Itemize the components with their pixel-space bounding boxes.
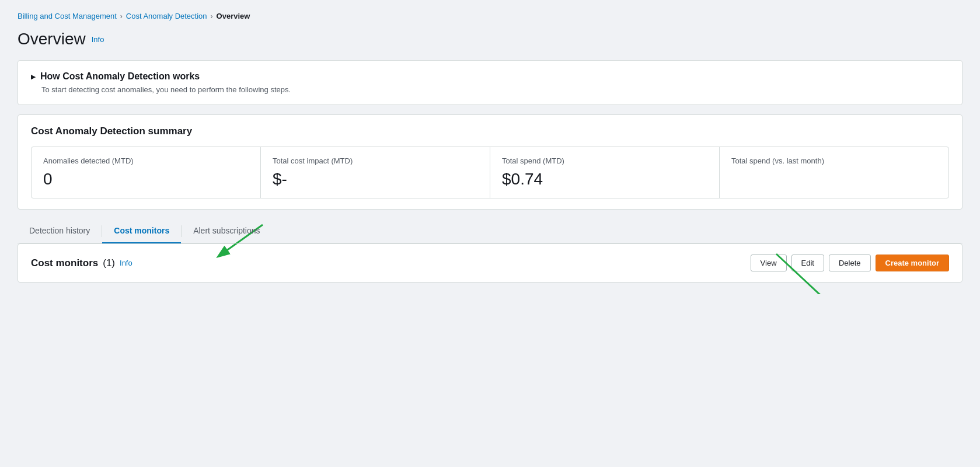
metric-anomalies-value: 0 (43, 170, 249, 189)
metric-cost-impact-label: Total cost impact (MTD) (273, 156, 478, 165)
metric-anomalies-label: Anomalies detected (MTD) (43, 156, 249, 165)
breadcrumb-separator-2: › (211, 12, 213, 20)
cost-monitors-header: Cost monitors (1) Info View Edit Delete … (31, 255, 949, 271)
cost-monitors-title: Cost monitors (31, 257, 98, 269)
summary-card: Cost Anomaly Detection summary Anomalies… (18, 114, 962, 210)
metric-total-spend-value: $0.74 (502, 170, 707, 189)
how-it-works-description: To start detecting cost anomalies, you n… (41, 85, 949, 94)
create-monitor-button[interactable]: Create monitor (876, 255, 949, 271)
tabs-container: Detection history Cost monitors Alert su… (18, 219, 962, 243)
cost-monitors-count: (1) (103, 257, 115, 269)
cost-monitors-actions: View Edit Delete Create monitor (751, 255, 949, 271)
cost-monitors-title-group: Cost monitors (1) Info (31, 257, 132, 269)
cost-monitors-info-link[interactable]: Info (120, 259, 132, 267)
summary-metrics: Anomalies detected (MTD) 0 Total cost im… (31, 147, 949, 198)
how-it-works-header[interactable]: ▶ How Cost Anomaly Detection works (31, 71, 949, 82)
page-title: Overview (18, 30, 86, 48)
breadcrumb-separator-1: › (120, 12, 123, 20)
summary-section: Cost Anomaly Detection summary Anomalies… (18, 115, 962, 209)
metric-total-spend-vs: Total spend (vs. last month) (720, 147, 948, 198)
tabs-section: Detection history Cost monitors Alert su… (18, 219, 962, 283)
expand-triangle-icon: ▶ (31, 74, 36, 80)
breadcrumb-billing[interactable]: Billing and Cost Management (18, 12, 117, 20)
metric-cost-impact-value: $- (273, 170, 478, 189)
tab-detection-history[interactable]: Detection history (18, 219, 102, 243)
summary-title: Cost Anomaly Detection summary (31, 126, 949, 137)
metric-total-spend-label: Total spend (MTD) (502, 156, 707, 165)
breadcrumb: Billing and Cost Management › Cost Anoma… (18, 12, 962, 20)
tab-cost-monitors[interactable]: Cost monitors (102, 219, 181, 243)
page-info-link[interactable]: Info (92, 35, 104, 44)
tab-alert-subscriptions[interactable]: Alert subscriptions (182, 219, 271, 243)
page-container: Billing and Cost Management › Cost Anoma… (0, 0, 980, 294)
metric-anomalies: Anomalies detected (MTD) 0 (32, 147, 261, 198)
cost-monitors-card: Cost monitors (1) Info View Edit Delete … (18, 243, 962, 283)
metric-cost-impact: Total cost impact (MTD) $- (261, 147, 490, 198)
how-it-works-section: ▶ How Cost Anomaly Detection works To st… (18, 61, 962, 104)
breadcrumb-current: Overview (217, 12, 250, 20)
view-button[interactable]: View (751, 255, 787, 271)
delete-button[interactable]: Delete (829, 255, 871, 271)
breadcrumb-detection[interactable]: Cost Anomaly Detection (126, 12, 207, 20)
metric-total-spend: Total spend (MTD) $0.74 (490, 147, 720, 198)
how-it-works-title: How Cost Anomaly Detection works (40, 71, 200, 82)
edit-button[interactable]: Edit (791, 255, 824, 271)
how-it-works-card: ▶ How Cost Anomaly Detection works To st… (18, 60, 962, 105)
metric-total-spend-vs-label: Total spend (vs. last month) (731, 156, 937, 165)
page-title-row: Overview Info (18, 30, 962, 48)
